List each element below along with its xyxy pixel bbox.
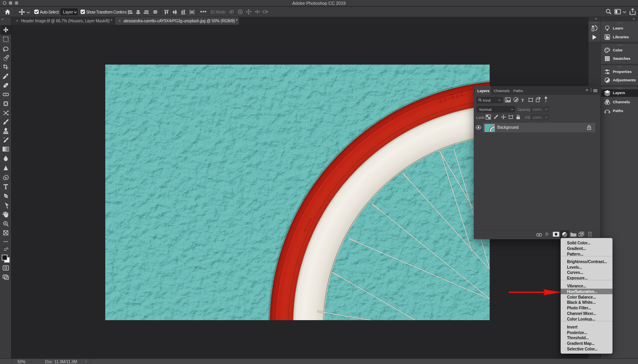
svg-text:»: » — [2, 18, 4, 21]
